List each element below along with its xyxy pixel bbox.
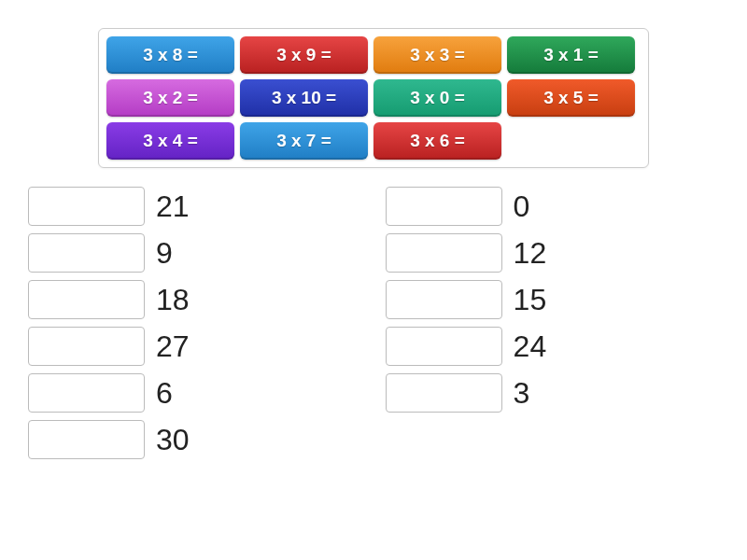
- answer-value: 27: [156, 329, 190, 364]
- answer-row: 6: [28, 373, 190, 413]
- answer-row: 3: [386, 373, 547, 413]
- answer-value: 6: [156, 376, 173, 411]
- tile-3x5[interactable]: 3 x 5 =: [507, 79, 635, 117]
- answer-value: 0: [514, 189, 530, 224]
- tile-3x9[interactable]: 3 x 9 =: [240, 36, 368, 74]
- drop-slot[interactable]: [28, 420, 145, 459]
- tile-label: 3 x 5 =: [543, 88, 599, 108]
- tile-3x7[interactable]: 3 x 7 =: [240, 122, 368, 160]
- tile-label: 3 x 0 =: [410, 88, 465, 108]
- answer-row: 30: [28, 420, 190, 459]
- answer-value: 21: [156, 189, 190, 224]
- answer-value: 15: [514, 283, 547, 317]
- tile-label: 3 x 4 =: [143, 131, 198, 151]
- drop-slot[interactable]: [28, 187, 145, 226]
- tile-3x2[interactable]: 3 x 2 =: [106, 79, 234, 117]
- tile-label: 3 x 6 =: [410, 131, 465, 151]
- answer-value: 24: [514, 329, 547, 364]
- drop-slot[interactable]: [386, 327, 502, 366]
- tile-3x3[interactable]: 3 x 3 =: [374, 36, 501, 74]
- drop-slot[interactable]: [386, 233, 502, 273]
- answer-row: 21: [28, 187, 190, 226]
- answer-row: 12: [386, 233, 547, 273]
- tile-label: 3 x 7 =: [276, 131, 331, 151]
- tile-label: 3 x 10 =: [272, 88, 336, 108]
- drop-slot[interactable]: [28, 373, 145, 413]
- answer-row: 18: [28, 280, 190, 319]
- tile-3x0[interactable]: 3 x 0 =: [374, 79, 501, 117]
- tile-3x10[interactable]: 3 x 10 =: [240, 79, 368, 117]
- answer-row: 15: [386, 280, 547, 319]
- answers-col-right: 0 12 15 24 3: [386, 187, 547, 459]
- tile-label: 3 x 9 =: [276, 45, 331, 65]
- drop-slot[interactable]: [386, 373, 502, 413]
- answer-value: 9: [156, 236, 173, 271]
- answer-value: 3: [514, 376, 530, 411]
- answer-value: 12: [514, 236, 547, 271]
- tile-3x8[interactable]: 3 x 8 =: [106, 36, 234, 74]
- drop-slot[interactable]: [386, 280, 502, 319]
- tile-label: 3 x 1 =: [543, 45, 599, 65]
- answers-col-left: 21 9 18 27 6 30: [28, 187, 190, 459]
- tile-tray: 3 x 8 = 3 x 9 = 3 x 3 = 3 x 1 = 3 x 2 = …: [98, 28, 649, 168]
- answer-row: 0: [386, 187, 547, 226]
- tile-3x4[interactable]: 3 x 4 =: [106, 122, 234, 160]
- answers-area: 21 9 18 27 6 30: [28, 187, 719, 459]
- tile-label: 3 x 8 =: [143, 45, 198, 65]
- answer-value: 30: [156, 423, 190, 457]
- tile-3x6[interactable]: 3 x 6 =: [374, 122, 501, 160]
- answer-row: 9: [28, 233, 190, 273]
- tile-label: 3 x 2 =: [143, 88, 198, 108]
- answer-row: 24: [386, 327, 547, 366]
- answer-value: 18: [156, 283, 190, 317]
- tile-3x1[interactable]: 3 x 1 =: [507, 36, 635, 74]
- drop-slot[interactable]: [28, 327, 145, 366]
- answer-row: 27: [28, 327, 190, 366]
- drop-slot[interactable]: [28, 280, 145, 319]
- drop-slot[interactable]: [386, 187, 502, 226]
- drop-slot[interactable]: [28, 233, 145, 273]
- game-stage: 3 x 8 = 3 x 9 = 3 x 3 = 3 x 1 = 3 x 2 = …: [0, 0, 747, 459]
- tile-label: 3 x 3 =: [410, 45, 465, 65]
